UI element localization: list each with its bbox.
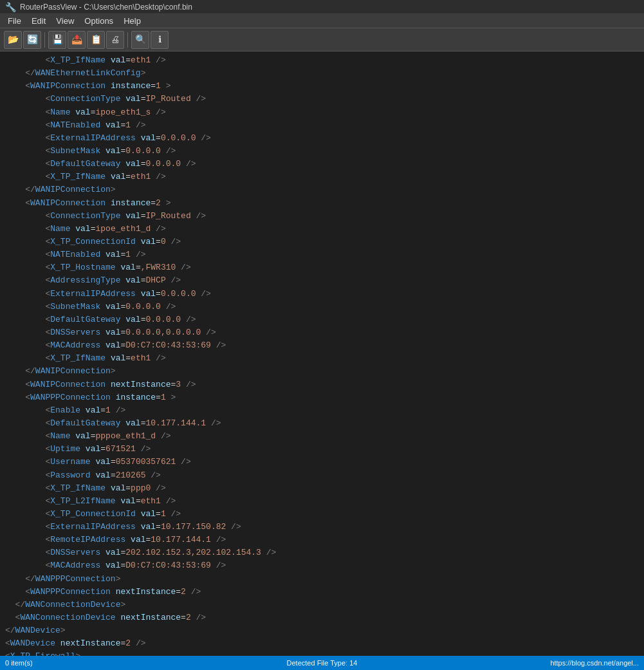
save-button[interactable]: 💾 (48, 31, 66, 49)
status-url: https://blog.csdn.net/angel... (428, 659, 639, 667)
menu-help[interactable]: Help (118, 15, 146, 27)
export-button[interactable]: 📤 (68, 31, 86, 49)
title-icon: 🔧 (5, 2, 16, 12)
menu-file[interactable]: File (3, 15, 26, 27)
open-button[interactable]: 📂 (4, 31, 22, 49)
copy-button[interactable]: 📋 (87, 31, 105, 49)
menubar: File Edit View Options Help (0, 14, 644, 28)
toolbar-separator-2 (127, 32, 128, 48)
reload-button[interactable]: 🔄 (23, 31, 41, 49)
info-button[interactable]: ℹ (151, 31, 169, 49)
main-content[interactable]: <X_TP_IfName val=eth1 /> </WANEthernetLi… (0, 51, 644, 656)
print-button[interactable]: 🖨 (106, 31, 124, 49)
menu-edit[interactable]: Edit (26, 15, 51, 27)
title-text: RouterPassView - C:\Users\chen\Desktop\c… (20, 3, 192, 12)
toolbar-separator-1 (44, 32, 45, 48)
find-button[interactable]: 🔍 (131, 31, 149, 49)
menu-view[interactable]: View (51, 15, 79, 27)
toolbar: 📂 🔄 💾 📤 📋 🖨 🔍 ℹ (0, 28, 644, 51)
titlebar: 🔧 RouterPassView - C:\Users\chen\Desktop… (0, 0, 644, 14)
status-filetype: Detected File Type: 14 (216, 659, 427, 667)
statusbar: 0 item(s) Detected File Type: 14 https:/… (0, 656, 644, 670)
status-items: 0 item(s) (5, 659, 216, 667)
menu-options[interactable]: Options (79, 15, 118, 27)
